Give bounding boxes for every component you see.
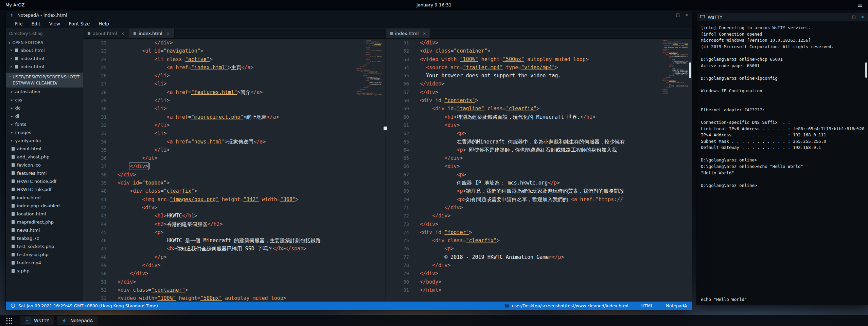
- scrollbar-thumb[interactable]: [689, 62, 691, 78]
- code-line: </div>: [420, 212, 692, 220]
- close-tab-icon[interactable]: ×: [166, 31, 170, 36]
- open-editor-item[interactable]: ✕index.html: [6, 54, 83, 62]
- folder-item[interactable]: ▸dl: [6, 112, 83, 120]
- folder-item[interactable]: ▸autostation: [6, 88, 83, 96]
- terminal-output[interactable]: [info] Conencting to arozos WsTTY servic…: [697, 21, 868, 293]
- taskbar-item-label: WsTTY: [34, 318, 49, 323]
- folder-item[interactable]: ▸dc: [6, 104, 83, 112]
- status-language[interactable]: HTML: [641, 303, 653, 308]
- code-line: <h1>HKWTC</h1>: [118, 212, 386, 220]
- tab-label: about.html: [93, 31, 117, 36]
- close-editor-icon[interactable]: ✕: [10, 57, 13, 60]
- close-button[interactable]: ×: [861, 15, 864, 19]
- maximize-button[interactable]: □: [852, 15, 856, 19]
- notepada-titlebar[interactable]: NotepadA - index.html – □ ×: [6, 11, 692, 19]
- terminal-line: [701, 113, 864, 119]
- pane-splitter-handle[interactable]: [384, 127, 387, 130]
- file-item[interactable]: test_sockets.php: [6, 242, 83, 250]
- code-area[interactable]: </div> <ul id="navigation"> <li class="a…: [112, 39, 386, 302]
- menu-edit[interactable]: Edit: [27, 19, 45, 28]
- terminal-input[interactable]: echo "Hello World": [701, 297, 747, 302]
- minimap[interactable]: </div> <ul id="navigation"> <li class="a…: [356, 39, 382, 96]
- file-item[interactable]: HKWTC notice.pdf: [6, 177, 83, 185]
- scrollbar-thumb[interactable]: [865, 62, 867, 78]
- line-number: 61: [386, 121, 409, 129]
- maximize-button[interactable]: □: [676, 13, 680, 17]
- menu-font-size[interactable]: Font Size: [65, 19, 94, 28]
- status-filepath[interactable]: user/Desktop/screenshot/test/www cleaned…: [512, 303, 628, 308]
- minimize-button[interactable]: –: [669, 13, 671, 17]
- file-item[interactable]: news.html: [6, 226, 83, 234]
- close-button[interactable]: ×: [685, 13, 688, 17]
- file-item[interactable]: index.php_disabled: [6, 202, 83, 210]
- pane-splitter[interactable]: [386, 28, 386, 302]
- folder-item[interactable]: ▸yamlyamlui: [6, 136, 83, 145]
- hamburger-menu-icon[interactable]: ≡: [857, 1, 863, 8]
- system-brand[interactable]: My ArOZ: [5, 2, 24, 7]
- app-launcher-button[interactable]: [1, 315, 17, 326]
- menu-help[interactable]: Help: [94, 19, 113, 28]
- code-line: <p> 即使你不是建築師，你也能透過紅石師或鐵路工程師的身份加入我: [420, 146, 692, 154]
- file-label: favicon.ico: [17, 162, 41, 168]
- line-number: 25: [83, 63, 107, 72]
- file-item[interactable]: favicon.ico: [6, 161, 83, 169]
- taskbar-item-notepada[interactable]: NotepadA: [57, 316, 98, 325]
- close-tab-icon[interactable]: ×: [423, 31, 426, 36]
- line-number: 46: [83, 236, 107, 245]
- folder-item[interactable]: ▸images: [6, 128, 83, 136]
- file-icon: [12, 269, 15, 273]
- code-line: <a href="index.html">主頁</a>: [118, 63, 386, 72]
- file-item[interactable]: teabag.7z: [6, 234, 83, 242]
- file-item[interactable]: mapredirect.php: [6, 218, 83, 226]
- file-item[interactable]: features.html: [6, 169, 83, 177]
- file-item[interactable]: trailer.mp4: [6, 258, 83, 267]
- line-number: 62: [386, 129, 409, 137]
- close-editor-icon[interactable]: ✕: [10, 65, 13, 69]
- file-item[interactable]: testmysql.php: [6, 250, 83, 258]
- file-item[interactable]: location.html: [6, 210, 83, 218]
- code-line: <h1>特別為建築及鐵路而設，現代化的 Minecraft 世界.</h1>: [420, 113, 692, 121]
- file-item[interactable]: about.html: [6, 145, 83, 153]
- open-editors-header[interactable]: ▾ OPEN EDITORS: [6, 39, 83, 46]
- close-editor-icon[interactable]: ✕: [10, 49, 13, 52]
- file-item[interactable]: index.html: [6, 193, 83, 202]
- code-line: </body>: [420, 278, 692, 286]
- menu-file[interactable]: File: [11, 19, 27, 28]
- code-line: <p>: [420, 171, 692, 179]
- line-number: 71: [386, 204, 409, 212]
- code-line: © 2018 - 2019 HKWTC Animation Gamer</p>: [420, 253, 692, 261]
- line-number: 53: [386, 55, 409, 63]
- file-item[interactable]: x.php: [6, 267, 83, 275]
- code-line: </video>: [420, 80, 692, 88]
- open-editor-item[interactable]: ✕about.html: [6, 46, 83, 54]
- terminal-line: [701, 176, 864, 183]
- tab-index.html[interactable]: index.html×: [129, 28, 174, 38]
- file-icon: [12, 228, 15, 232]
- code-line: <div class="clearfix">: [420, 236, 692, 245]
- code-line: </div>: [420, 220, 692, 228]
- tab-about.html[interactable]: about.html×: [83, 28, 129, 38]
- open-editor-item[interactable]: ✕index.html: [6, 62, 83, 71]
- folder-item[interactable]: ▸css: [6, 96, 83, 104]
- file-icon: [12, 212, 15, 216]
- file-item[interactable]: add_vhost.php: [6, 153, 83, 161]
- file-item[interactable]: HKWTC rule.pdf: [6, 185, 83, 193]
- minimap[interactable]: </div><div class="container"><video widt…: [662, 39, 688, 94]
- root-folder-header[interactable]: ▾ USER/DESKTOP/SCREENSHOT/TEST/WWW CLEAN…: [6, 73, 83, 88]
- line-number: 73: [386, 220, 409, 228]
- tab-index.html[interactable]: index.html×: [386, 28, 431, 38]
- close-tab-icon[interactable]: ×: [121, 31, 124, 36]
- line-number: 32: [83, 121, 107, 129]
- wstty-titlebar[interactable]: WsTTY – □ ×: [697, 13, 868, 21]
- code-line: </div>: [420, 88, 692, 96]
- code-line: 伺服器 IP 地址為： mcs.hkwtc.org</p>: [420, 179, 692, 187]
- editor-right[interactable]: 5152535455565758596061626364656667686970…: [386, 39, 692, 302]
- folder-item[interactable]: ▸fonts: [6, 120, 83, 128]
- taskbar-item-wstty[interactable]: >_ WsTTY: [20, 316, 54, 325]
- code-area[interactable]: </div><div class="container"><video widt…: [414, 39, 692, 302]
- folder-label: autostation: [15, 89, 40, 94]
- editor-left[interactable]: 2223242526272829303132333435363738394041…: [83, 39, 386, 302]
- terminal-line: [701, 151, 864, 157]
- minimize-button[interactable]: –: [845, 15, 847, 19]
- menu-view[interactable]: View: [45, 19, 65, 28]
